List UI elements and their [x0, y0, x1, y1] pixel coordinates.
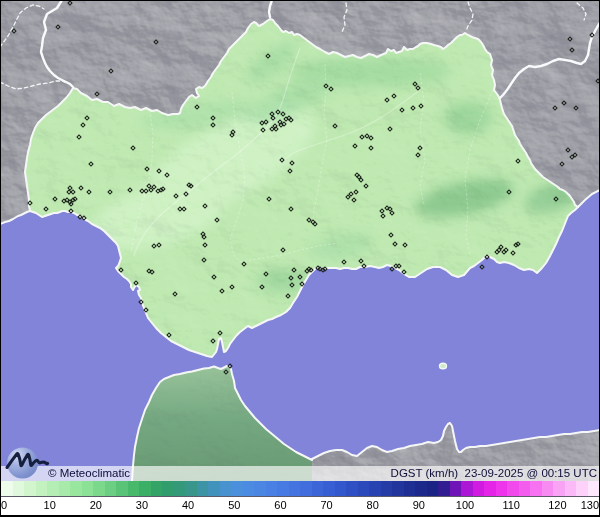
legend-tick-label: 80: [367, 499, 379, 511]
legend-color-block: [185, 481, 197, 497]
legend-color-block: [93, 481, 105, 497]
copyright-label: © Meteoclimatic: [48, 466, 130, 481]
legend-color-block: [266, 481, 278, 497]
legend-colorbar: [1, 481, 599, 497]
map-canvas: [0, 0, 600, 517]
legend-tick-label: 50: [228, 499, 240, 511]
legend-color-block: [13, 481, 25, 497]
legend-color-block: [277, 481, 289, 497]
legend-color-block: [542, 481, 554, 497]
legend-color-block: [392, 481, 404, 497]
legend-color-block: [438, 481, 450, 497]
legend-tick-label: 110: [502, 499, 520, 511]
legend-color-block: [162, 481, 174, 497]
legend-color-block: [369, 481, 381, 497]
legend-tick-label: 10: [44, 499, 56, 511]
legend-color-block: [312, 481, 324, 497]
legend-color-block: [82, 481, 94, 497]
legend-tick-label: 90: [413, 499, 425, 511]
legend-color-block: [530, 481, 542, 497]
legend-color-block: [427, 481, 439, 497]
legend-color-block: [128, 481, 140, 497]
legend-color-block: [197, 481, 209, 497]
product-timestamp-label: DGST (km/h) 23-09-2025 @ 00:15 UTC: [391, 466, 597, 481]
legend-color-block: [346, 481, 358, 497]
legend-tick-label: 20: [90, 499, 102, 511]
legend-color-block: [461, 481, 473, 497]
legend-tick-label: 120: [548, 499, 566, 511]
legend-color-block: [576, 481, 588, 497]
legend-color-block: [323, 481, 335, 497]
legend-color-block: [139, 481, 151, 497]
legend-color-block: [243, 481, 255, 497]
legend-tick-label: 60: [274, 499, 286, 511]
legend-color-block: [231, 481, 243, 497]
legend-color-block: [174, 481, 186, 497]
legend-color-block: [116, 481, 128, 497]
legend-color-block: [105, 481, 117, 497]
legend-color-block: [151, 481, 163, 497]
legend-color-block: [335, 481, 347, 497]
legend-tick-labels: 0102030405060708090100110120130: [0, 497, 600, 515]
legend-color-block: [553, 481, 565, 497]
legend-tick-label: 130: [581, 499, 599, 511]
legend-color-block: [496, 481, 508, 497]
legend-color-block: [565, 481, 577, 497]
legend-color-block: [300, 481, 312, 497]
legend-color-block: [415, 481, 427, 497]
legend-tick-label: 0: [1, 499, 7, 511]
legend-color-block: [70, 481, 82, 497]
legend-color-block: [519, 481, 531, 497]
legend-color-block: [208, 481, 220, 497]
legend-color-block: [47, 481, 59, 497]
legend-color-block: [254, 481, 266, 497]
legend-color-block: [289, 481, 301, 497]
legend-tick-label: 100: [456, 499, 474, 511]
legend-color-block: [36, 481, 48, 497]
legend-color-block: [588, 481, 600, 497]
legend-tick-label: 40: [182, 499, 194, 511]
island-alboran: [440, 363, 447, 369]
weather-map-frame: © Meteoclimatic DGST (km/h) 23-09-2025 @…: [0, 0, 600, 517]
legend-color-block: [450, 481, 462, 497]
legend-tick-label: 70: [320, 499, 332, 511]
legend-color-block: [507, 481, 519, 497]
legend-color-block: [1, 481, 13, 497]
legend-color-block: [59, 481, 71, 497]
legend-color-block: [404, 481, 416, 497]
legend-color-block: [24, 481, 36, 497]
legend-color-block: [473, 481, 485, 497]
credit-strip: © Meteoclimatic DGST (km/h) 23-09-2025 @…: [0, 466, 600, 481]
legend-color-block: [381, 481, 393, 497]
legend-tick-label: 30: [136, 499, 148, 511]
legend-color-block: [484, 481, 496, 497]
legend-color-block: [220, 481, 232, 497]
legend-color-block: [358, 481, 370, 497]
